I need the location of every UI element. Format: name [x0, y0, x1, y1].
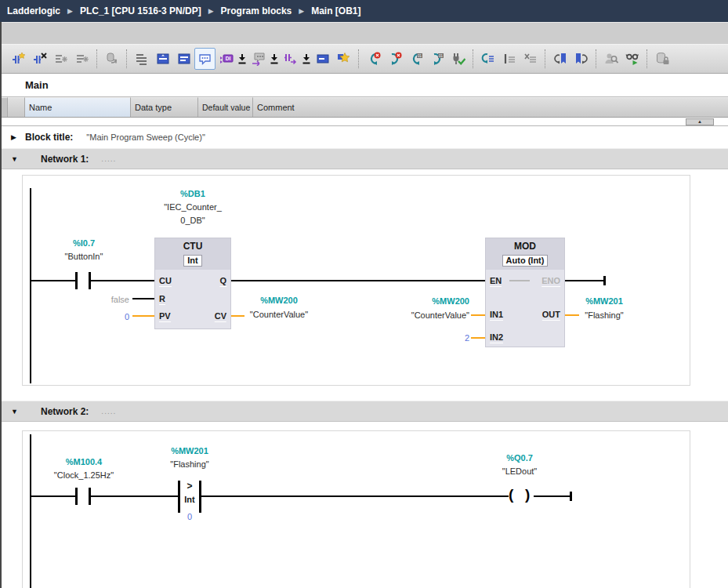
column-header-default-value[interactable]: Default value: [198, 97, 253, 117]
monitoring-toggle-button[interactable]: [621, 48, 643, 70]
breadcrumb-project[interactable]: Ladderlogic: [7, 5, 60, 16]
network2-canvas[interactable]: %M100.4 "Clock_1.25Hz" %MW201 "Flashing"…: [22, 430, 690, 588]
operand-address[interactable]: %I0.7: [65, 237, 103, 250]
coil-operand-label[interactable]: %Q0.7 "LEDout": [502, 452, 538, 478]
mod-type-selector[interactable]: Auto (Int): [502, 255, 549, 267]
column-header-name[interactable]: Name: [25, 97, 131, 117]
insert-di-block-dropdown[interactable]: [237, 48, 248, 70]
insert-di-block-button[interactable]: DI: [216, 48, 237, 70]
network1-comment[interactable]: .....: [101, 154, 116, 163]
insert-contact-block-button[interactable]: [280, 48, 301, 70]
pin-q[interactable]: Q: [219, 275, 226, 287]
network-comments-toggle-button[interactable]: [194, 48, 216, 70]
expand-triangle-icon[interactable]: ▼: [11, 408, 20, 416]
operand-name[interactable]: "LEDout": [502, 465, 538, 478]
interface-scroll-strip[interactable]: ▲: [2, 117, 728, 126]
clear-values-button[interactable]: [520, 48, 541, 70]
pin-in2[interactable]: IN2: [490, 332, 503, 343]
insert-contact-block-dropdown[interactable]: [301, 48, 312, 70]
network1-canvas[interactable]: %I0.7 "ButtonIn" %DB1 "IEC_Counter_ 0_DB…: [22, 175, 690, 386]
expand-networks-button[interactable]: [152, 48, 173, 70]
favorites-button[interactable]: [333, 48, 354, 70]
operand-list-button[interactable]: [131, 48, 152, 70]
expand-triangle-icon[interactable]: ▼: [11, 155, 20, 163]
network2-comment[interactable]: .....: [101, 407, 116, 416]
contact-operand-label[interactable]: %I0.7 "ButtonIn": [65, 237, 103, 263]
operand-address[interactable]: %Q0.7: [502, 452, 538, 465]
pin-r[interactable]: R: [159, 293, 165, 305]
in1-operand-label[interactable]: %MW200 "CounterValue": [411, 294, 469, 322]
pin-cv[interactable]: CV: [215, 310, 226, 322]
delete-network-button[interactable]: [29, 48, 50, 70]
network2-header[interactable]: ▼ Network 2: .....: [2, 401, 728, 422]
insert-comment-block-button[interactable]: [248, 48, 269, 70]
delete-row-button[interactable]: [71, 48, 92, 70]
update-block-calls-button[interactable]: [101, 48, 122, 70]
column-header-data-type[interactable]: Data type: [131, 97, 198, 117]
upload-snapshot-button[interactable]: 01: [426, 48, 447, 70]
no-contact-buttonin[interactable]: [75, 272, 91, 289]
wire-orange: [132, 315, 154, 317]
pin-en[interactable]: EN: [490, 275, 502, 287]
operand-name[interactable]: "CounterValue": [411, 308, 469, 322]
db-name-line2[interactable]: 0_DB": [164, 214, 222, 227]
operand-name[interactable]: "CounterValue": [250, 307, 308, 321]
network1-header[interactable]: ▼ Network 1: .....: [2, 148, 728, 169]
breadcrumb-program-blocks[interactable]: Program blocks: [221, 5, 292, 16]
ctu-type-selector[interactable]: Int: [183, 255, 201, 267]
pin-out[interactable]: OUT: [542, 309, 560, 321]
operand-address[interactable]: %MW200: [250, 293, 308, 307]
no-contact-clock[interactable]: [75, 488, 91, 505]
pin-cu[interactable]: CU: [159, 275, 172, 287]
contact-operand-label[interactable]: %M100.4 "Clock_1.25Hz": [54, 456, 114, 482]
operand-name[interactable]: "Flashing": [170, 458, 208, 471]
load-values-button[interactable]: [477, 48, 498, 70]
data-lock-button[interactable]: [651, 48, 672, 70]
in2-input-value[interactable]: 2: [465, 332, 469, 344]
operand-address[interactable]: %M100.4: [54, 456, 114, 469]
comparator-operator[interactable]: >: [187, 481, 192, 492]
column-header-comment[interactable]: Comment: [253, 97, 728, 117]
pin-pv[interactable]: PV: [159, 310, 171, 322]
upload-error-button[interactable]: [384, 48, 405, 70]
operand-address[interactable]: %MW201: [585, 294, 623, 308]
operand-name[interactable]: "Clock_1.25Hz": [54, 469, 114, 482]
cv-operand-label[interactable]: %MW200 "CounterValue": [250, 293, 308, 321]
insert-comment-block-dropdown[interactable]: [269, 48, 280, 70]
breadcrumb-main-ob1[interactable]: Main [OB1]: [311, 5, 360, 16]
download-snapshot-button[interactable]: 01: [405, 48, 426, 70]
mod-block-title: MOD: [486, 241, 564, 252]
block-title-value[interactable]: "Main Program Sweep (Cycle)": [86, 132, 205, 142]
operand-address[interactable]: %MW200: [411, 294, 469, 308]
find-in-project-button[interactable]: [600, 48, 621, 70]
db-name-line1[interactable]: "IEC_Counter_: [164, 201, 222, 214]
output-coil-ledout[interactable]: ( ): [507, 485, 534, 506]
pin-in1[interactable]: IN1: [490, 309, 503, 321]
comparator-compare-value[interactable]: 0: [187, 511, 192, 523]
collapse-triangle-icon[interactable]: ▶: [11, 133, 20, 141]
next-bookmark-button[interactable]: [570, 48, 592, 70]
operand-address[interactable]: %MW201: [170, 445, 208, 458]
operand-name[interactable]: "Flashing": [585, 308, 623, 322]
empty-box-button[interactable]: [312, 48, 333, 70]
collapse-networks-button[interactable]: [173, 48, 194, 70]
comparator-type[interactable]: Int: [184, 494, 194, 506]
db-address[interactable]: %DB1: [164, 187, 222, 201]
compile-check-button[interactable]: [447, 48, 469, 70]
pv-input-value[interactable]: 0: [125, 310, 129, 323]
operand-name[interactable]: "ButtonIn": [65, 250, 103, 263]
out-operand-label[interactable]: %MW201 "Flashing": [585, 294, 623, 322]
pin-eno[interactable]: ENO: [541, 275, 560, 287]
insert-row-button[interactable]: [50, 48, 71, 70]
mod-block[interactable]: MOD Auto (Int): [485, 238, 565, 347]
r-input-value[interactable]: false: [111, 293, 129, 306]
previous-bookmark-button[interactable]: [549, 48, 570, 70]
ctu-instance-db-label[interactable]: %DB1 "IEC_Counter_ 0_DB": [164, 187, 222, 227]
download-error-button[interactable]: [363, 48, 384, 70]
block-title-row[interactable]: ▶ Block title: "Main Program Sweep (Cycl…: [2, 126, 728, 148]
new-network-button[interactable]: [8, 48, 29, 70]
scroll-up-button[interactable]: ▲: [686, 118, 714, 125]
init-values-button[interactable]: [498, 48, 520, 70]
breadcrumb-plc[interactable]: PLC_1 [CPU 1516-3 PN/DP]: [80, 5, 201, 16]
comparator-operand-label[interactable]: %MW201 "Flashing": [170, 445, 208, 471]
